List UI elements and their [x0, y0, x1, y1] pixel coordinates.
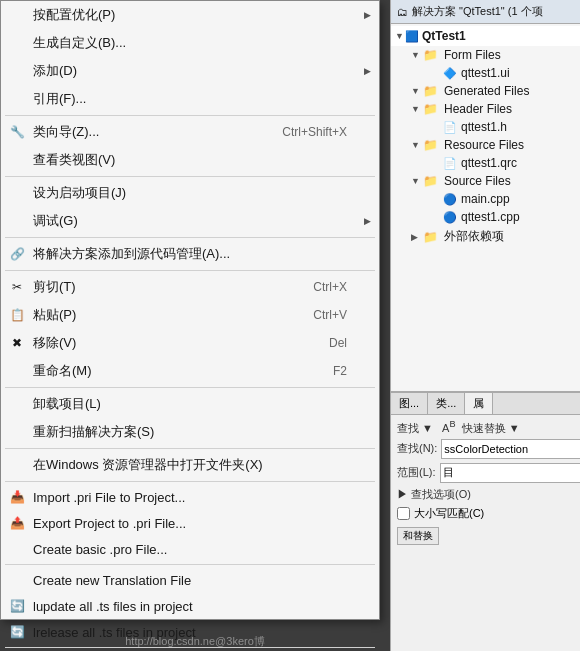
menu-item-open-in-explorer[interactable]: 在Windows 资源管理器中打开文件夹(X) — [1, 451, 379, 479]
tree-file-qttest1ui[interactable]: 🔷 qttest1.ui — [391, 64, 580, 82]
tree-folder-ResourceFiles[interactable]: ▼ Resource Files — [391, 136, 580, 154]
folder-arrow: ▼ — [411, 104, 421, 114]
folder-label: Generated Files — [444, 84, 529, 98]
file-label: qttest1.h — [461, 120, 507, 134]
folder-arrow: ▼ — [411, 176, 421, 186]
menu-item-add[interactable]: 添加(D) — [1, 57, 379, 85]
label-add-to-source-ctrl: 将解决方案添加到源代码管理(A)... — [33, 245, 230, 263]
label-export-pri: Export Project to .pri File... — [33, 516, 186, 531]
menu-item-rescan[interactable]: 重新扫描解决方案(S) — [1, 418, 379, 446]
menu-item-class-wizard[interactable]: 🔧类向导(Z)...Ctrl+Shift+X — [1, 118, 379, 146]
menu-item-remove[interactable]: ✖移除(V)Del — [1, 329, 379, 357]
menu-item-export-pri[interactable]: 📤Export Project to .pri File... — [1, 510, 379, 536]
wizard-icon: 🔧 — [7, 125, 27, 139]
label-create-translation: Create new Translation File — [33, 573, 191, 588]
folder-label: Source Files — [444, 174, 511, 188]
shortcut-cut: Ctrl+X — [313, 280, 367, 294]
replace-input[interactable] — [440, 463, 581, 483]
menu-item-add-to-source-ctrl[interactable]: 🔗将解决方案添加到源代码管理(A)... — [1, 240, 379, 268]
tree-file-qttest1h[interactable]: 📄 qttest1.h — [391, 118, 580, 136]
folder-arrow: ▼ — [411, 50, 421, 60]
tree-folder-GeneratedFiles[interactable]: ▼ Generated Files — [391, 82, 580, 100]
file-icon-h: 📄 — [443, 121, 457, 134]
file-label: qttest1.ui — [461, 66, 510, 80]
find-options-toggle[interactable]: ▶ 查找选项(O) — [397, 487, 574, 502]
shortcut-paste: Ctrl+V — [313, 308, 367, 322]
tree-folder-HeaderFiles[interactable]: ▼ Header Files — [391, 100, 580, 118]
pri-import-icon: 📥 — [7, 490, 27, 504]
menu-item-create-translation[interactable]: Create new Translation File — [1, 567, 379, 593]
separator-after-import — [5, 115, 375, 116]
match-case-label[interactable]: 大小写匹配(C) — [397, 506, 574, 521]
tree-folder-SourceFiles[interactable]: ▼ Source Files — [391, 172, 580, 190]
tab-properties[interactable]: 属 — [465, 393, 493, 414]
search-input[interactable] — [441, 439, 580, 459]
label-debug: 调试(G) — [33, 212, 78, 230]
folder-icon — [423, 138, 439, 152]
tab-class[interactable]: 类... — [428, 393, 465, 414]
tree-file-qttest1cpp[interactable]: 🔵 qttest1.cpp — [391, 208, 580, 226]
menu-item-import-pri[interactable]: 📥Import .pri File to Project... — [1, 484, 379, 510]
project-icon: 🟦 — [405, 30, 419, 43]
label-lrelease-ts: lrelease all .ts files in project — [33, 625, 196, 640]
label-paste: 粘贴(P) — [33, 306, 76, 324]
file-icon-ui: 🔷 — [443, 67, 457, 80]
tree-file-maincpp[interactable]: 🔵 main.cpp — [391, 190, 580, 208]
action-buttons: 和替换 — [397, 527, 574, 545]
menu-item-set-startup[interactable]: 设为启动项目(J) — [1, 179, 379, 207]
menu-item-import[interactable]: 引用(F)... — [1, 85, 379, 113]
lupdate-icon: 🔄 — [7, 599, 27, 613]
separator-after-rename — [5, 387, 375, 388]
file-icon-cpp: 🔵 — [443, 193, 457, 206]
menu-item-rename[interactable]: 重命名(M)F2 — [1, 357, 379, 385]
lrelease-icon: 🔄 — [7, 625, 27, 639]
menu-item-create-pro[interactable]: Create basic .pro File... — [1, 536, 379, 562]
label-create-pro: Create basic .pro File... — [33, 542, 167, 557]
cut-icon: ✂ — [7, 280, 27, 294]
label-add: 添加(D) — [33, 62, 77, 80]
label-unload: 卸载项目(L) — [33, 395, 101, 413]
tab-diagram[interactable]: 图... — [391, 393, 428, 414]
shortcut-class-wizard: Ctrl+Shift+X — [282, 125, 367, 139]
separator-after-create-pro — [5, 564, 375, 565]
find-options: ▶ 查找选项(O) — [397, 487, 574, 502]
menu-item-unload[interactable]: 卸载项目(L) — [1, 390, 379, 418]
solution-header: 🗂 解决方案 "QtTest1" (1 个项 — [391, 0, 580, 24]
separator-after-rescan — [5, 448, 375, 449]
search-row: 查找(N): — [397, 439, 574, 459]
tree-root-node[interactable]: ▼ 🟦 QtTest1 — [391, 26, 580, 46]
match-case-checkbox[interactable] — [397, 507, 410, 520]
tree-folder-外部依赖项[interactable]: ▶ 外部依赖项 — [391, 226, 580, 247]
menu-item-view-class[interactable]: 查看类视图(V) — [1, 146, 379, 174]
folder-label: Header Files — [444, 102, 512, 116]
tree-file-qttest1qrc[interactable]: 📄 qttest1.qrc — [391, 154, 580, 172]
label-view-class: 查看类视图(V) — [33, 151, 115, 169]
menu-item-configure-optimize[interactable]: 按配置优化(P) — [1, 1, 379, 29]
label-lupdate-ts: lupdate all .ts files in project — [33, 599, 193, 614]
paste-icon: 📋 — [7, 308, 27, 322]
file-label: qttest1.cpp — [461, 210, 520, 224]
pri-export-icon: 📤 — [7, 516, 27, 530]
menu-item-generate-define[interactable]: 生成自定义(B)... — [1, 29, 379, 57]
tree-folder-FormFiles[interactable]: ▼ Form Files — [391, 46, 580, 64]
search-replace-header: 查找 ▼ AB 快速替换 ▼ — [397, 419, 574, 436]
file-icon-qrc: 📄 — [443, 157, 457, 170]
menu-item-lupdate-ts[interactable]: 🔄lupdate all .ts files in project — [1, 593, 379, 619]
solution-tree: ▼ 🟦 QtTest1 ▼ Form Files 🔷 qttest1.ui ▼ … — [391, 24, 580, 249]
menu-item-cut[interactable]: ✂剪切(T)Ctrl+X — [1, 273, 379, 301]
menu-item-lrelease-ts[interactable]: 🔄lrelease all .ts files in project — [1, 619, 379, 645]
menu-item-debug[interactable]: 调试(G) — [1, 207, 379, 235]
separator-after-view-class — [5, 176, 375, 177]
file-label: qttest1.qrc — [461, 156, 517, 170]
folder-label: 外部依赖项 — [444, 228, 504, 245]
label-configure-optimize: 按配置优化(P) — [33, 6, 115, 24]
folder-arrow: ▼ — [411, 140, 421, 150]
replace-all-button[interactable]: 和替换 — [397, 527, 439, 545]
label-rename: 重命名(M) — [33, 362, 92, 380]
menu-item-paste[interactable]: 📋粘贴(P)Ctrl+V — [1, 301, 379, 329]
root-label: QtTest1 — [422, 29, 466, 43]
replace-label: 范围(L): — [397, 465, 436, 480]
separator-after-add-to-source-ctrl — [5, 270, 375, 271]
label-remove: 移除(V) — [33, 334, 76, 352]
replace-row: 范围(L): — [397, 463, 574, 483]
